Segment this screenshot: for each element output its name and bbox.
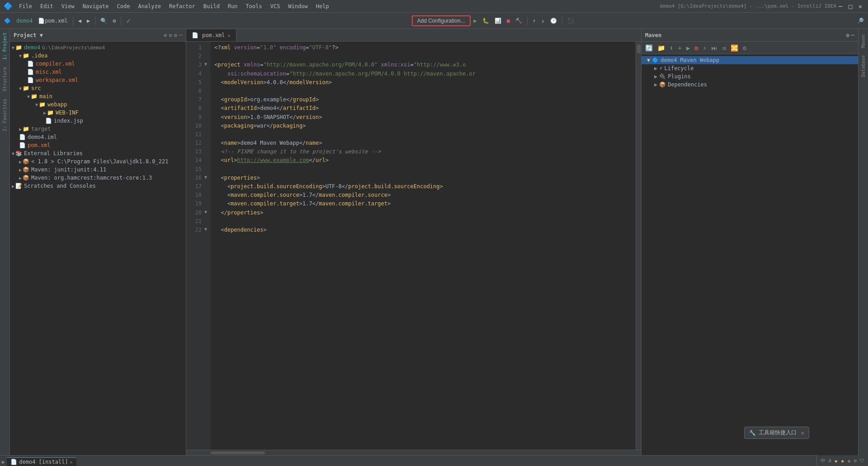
tree-item-pom-xml[interactable]: 📄 pom.xml <box>10 141 186 149</box>
maven-panel-title: Maven <box>645 32 661 38</box>
tree-item-webinf[interactable]: ▶ 📁 WEB-INF <box>10 109 186 117</box>
project-icon: 🔷 <box>2 16 13 25</box>
editor-tab-pom[interactable]: 📄 pom.xml ✕ <box>186 29 236 41</box>
database-side-tab[interactable]: Database <box>860 52 867 81</box>
menu-refactor[interactable]: Refactor <box>165 2 199 10</box>
debug-button[interactable]: 🐛 <box>480 16 491 25</box>
line-numbers: 12345 678910 1112131415 1617181920 2122 <box>186 42 204 450</box>
menu-help[interactable]: Help <box>312 2 333 10</box>
menu-analyze[interactable]: Analyze <box>134 2 165 10</box>
tooltip-icon: 🔧 <box>749 430 756 436</box>
maven-run-icon[interactable]: ▶ <box>684 43 692 52</box>
tree-item-compiler-xml[interactable]: 📄 compiler.xml <box>10 60 186 68</box>
code-line-19: <maven.compiler.target>1.7</maven.compil… <box>214 200 632 208</box>
history-button[interactable]: 🕐 <box>548 16 559 25</box>
maven-item-root[interactable]: ▼ 🔷 demo4 Maven Webapp <box>642 56 858 64</box>
menu-navigate[interactable]: Navigate <box>79 2 113 10</box>
update-button[interactable]: ↓ <box>539 16 547 25</box>
maximize-button[interactable]: □ <box>846 2 854 10</box>
tree-item-root[interactable]: ▼ 📁 demo4 G:\IdeaProjects\demo4 <box>10 43 186 52</box>
maven-download-icon[interactable]: ⬇ <box>668 43 675 52</box>
editor-content: 12345 678910 1112131415 1617181920 2122 … <box>186 42 641 455</box>
maven-item-dependencies[interactable]: ▶ 📦 Dependencies <box>642 81 858 89</box>
maven-settings-icon[interactable]: ⚙ <box>846 32 849 38</box>
tree-item-external-libraries[interactable]: ▼ 📚 External Libraries <box>10 149 186 157</box>
maven-m-icon[interactable]: m <box>693 43 700 52</box>
tree-item-main[interactable]: ▼ 📁 main <box>10 92 186 100</box>
tree-item-webapp[interactable]: ▼ 📁 webapp <box>10 100 186 109</box>
maven-folder-icon[interactable]: 📁 <box>656 43 667 52</box>
close-button[interactable]: ✕ <box>856 2 864 10</box>
maven-side-tab[interactable]: Maven <box>860 31 867 52</box>
search-button[interactable]: 🔍 <box>98 16 109 25</box>
tree-item-idea[interactable]: ▼ 📁 .idea <box>10 52 186 60</box>
project-tab[interactable]: 1: Project <box>1 29 8 63</box>
add-configuration-button[interactable]: Add Configuration... <box>412 15 471 26</box>
tree-item-workspace-xml[interactable]: 📄 workspace.xml <box>10 76 186 84</box>
settings-button[interactable]: ⚙ <box>110 16 118 25</box>
code-editor[interactable]: <?xml version="1.0" encoding="UTF-8"?> <… <box>211 42 636 450</box>
project-settings-icon[interactable]: ⚙ <box>174 32 177 38</box>
tooltip-close[interactable]: ✕ <box>801 430 804 436</box>
main-toolbar: 🔷 demo4 📄 pom.xml ◀ ▶ 🔍 ⚙ ✓ Add Configur… <box>0 13 868 29</box>
code-line-21 <box>214 217 632 226</box>
minimize-button[interactable]: ─ <box>836 2 844 10</box>
maven-item-lifecycle[interactable]: ▶ ⚡ Lifecycle <box>642 64 858 72</box>
tree-item-misc-xml[interactable]: 📄 misc.xml <box>10 68 186 76</box>
menu-vcs[interactable]: VCS <box>267 2 284 10</box>
tree-item-target[interactable]: ▶ 📁 target <box>10 125 186 133</box>
run-button[interactable]: ▶ <box>472 16 479 25</box>
back-button[interactable]: ◀ <box>76 16 84 25</box>
project-header-icon-1[interactable]: ⊕ <box>164 32 167 38</box>
structure-tab[interactable]: Structure <box>1 63 8 95</box>
editor-hscrollbar[interactable] <box>186 450 641 455</box>
menu-view[interactable]: View <box>58 2 78 10</box>
maven-lifecycle-icon[interactable]: ⚡ <box>701 43 708 52</box>
menu-window[interactable]: Window <box>284 2 311 10</box>
commit-button[interactable]: ↑ <box>530 16 538 25</box>
tree-item-index-jsp[interactable]: 📄 index.jsp <box>10 117 186 125</box>
maven-settings2-icon[interactable]: ⚙ <box>741 43 748 52</box>
menu-edit[interactable]: Edit <box>37 2 57 10</box>
tree-item-scratches[interactable]: ▶ 📝 Scratches and Consoles <box>10 182 186 190</box>
code-line-8: <artifactId>demo4</artifactId> <box>214 104 632 113</box>
stop-button[interactable]: ■ <box>505 16 512 25</box>
run-icon: ▶ <box>2 459 5 465</box>
maven-refresh-icon[interactable]: 🔄 <box>643 43 655 52</box>
maven-add-icon[interactable]: + <box>676 43 683 52</box>
tree-item-src[interactable]: ▼ 📁 src <box>10 84 186 92</box>
maven-skip-icon[interactable]: ⏭ <box>709 43 719 52</box>
run-tab-install[interactable]: 📄 demo4 [install] ✕ <box>7 457 76 466</box>
maven-item-plugins[interactable]: ▶ 🔌 Plugins <box>642 72 858 81</box>
menu-run[interactable]: Run <box>224 2 241 10</box>
code-line-9: <version>1.0-SNAPSHOT</version> <box>214 113 632 122</box>
window-title: demo4 [G:\IdeaProjects\demo4] - ...\pom.… <box>660 3 836 9</box>
close-tab-button[interactable]: ✕ <box>228 33 231 38</box>
settings-status-icon[interactable]: ⚙ <box>854 458 857 464</box>
run-with-coverage[interactable]: 📊 <box>492 16 504 25</box>
code-line-18: <maven.compiler.source>1.7</maven.compil… <box>214 191 632 200</box>
terminal-button[interactable]: ⬛ <box>565 16 576 25</box>
tree-item-jdk[interactable]: ▶ 📦 < 1.8 > C:\Program Files\Java\jdk1.8… <box>10 157 186 166</box>
tree-item-junit[interactable]: ▶ 📦 Maven: junit:junit:4.11 <box>10 166 186 174</box>
project-tree: ▼ 📁 demo4 G:\IdeaProjects\demo4 ▼ 📁 .ide… <box>10 42 186 455</box>
find-button[interactable]: 🔎 <box>855 16 866 25</box>
shield-status-icon[interactable]: 🛡 <box>859 458 864 464</box>
maven-parallel-icon[interactable]: ⇉ <box>720 43 727 52</box>
menu-build[interactable]: Build <box>200 2 223 10</box>
favorites-tab[interactable]: 2: Favorites <box>1 95 8 135</box>
forward-button[interactable]: ▶ <box>85 16 92 25</box>
menu-tools[interactable]: Tools <box>242 2 266 10</box>
menu-code[interactable]: Code <box>113 2 134 10</box>
run-tab-close[interactable]: ✕ <box>70 460 73 465</box>
menu-file[interactable]: File <box>15 2 36 10</box>
editor-scrollbar[interactable] <box>636 42 641 450</box>
tree-item-hamcrest[interactable]: ▶ 📦 Maven: org.hamcrest:hamcrest-core:1.… <box>10 174 186 182</box>
code-line-3: <project xmlns="http://maven.apache.org/… <box>214 61 632 69</box>
build-button[interactable]: 🔨 <box>513 16 524 25</box>
maven-toggle-icon[interactable]: 🔀 <box>729 43 740 52</box>
maven-minimize-icon[interactable]: ─ <box>851 32 854 38</box>
project-header-icon-2[interactable]: ≡ <box>169 32 172 38</box>
project-minimize-icon[interactable]: ─ <box>179 32 182 38</box>
tree-item-demo4-iml[interactable]: 📄 demo4.iml <box>10 133 186 141</box>
